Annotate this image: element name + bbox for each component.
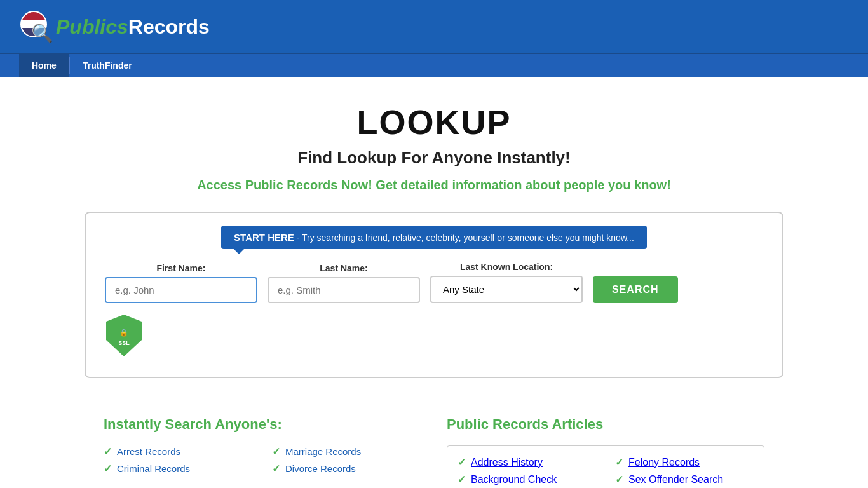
last-name-label: Last Name: bbox=[268, 263, 420, 273]
checkmark-icon: ✓ bbox=[615, 473, 623, 485]
start-here-banner: START HERE - Try searching a friend, rel… bbox=[221, 226, 647, 249]
articles-columns: ✓ Address History ✓ Background Check bbox=[458, 456, 754, 485]
record-columns: ✓ Arrest Records ✓ Criminal Records ✓ Ma… bbox=[104, 445, 421, 475]
background-check-link[interactable]: Background Check bbox=[471, 474, 557, 485]
checkmark-icon: ✓ bbox=[458, 473, 466, 485]
articles-section: Public Records Articles ✓ Address Histor… bbox=[447, 416, 764, 488]
last-name-group: Last Name: bbox=[268, 263, 420, 303]
checkmark-icon: ✓ bbox=[615, 456, 623, 468]
checkmark-icon: ✓ bbox=[104, 445, 112, 458]
felony-records-link[interactable]: Felony Records bbox=[628, 457, 700, 468]
first-name-label: First Name: bbox=[105, 263, 257, 273]
ssl-badge: 🔒 SSL bbox=[105, 313, 763, 358]
list-item: ✓ Criminal Records bbox=[104, 463, 253, 475]
search-form: First Name: Last Name: Last Known Locati… bbox=[105, 262, 763, 303]
search-container: START HERE - Try searching a friend, rel… bbox=[85, 212, 783, 378]
logo[interactable]: 🔍 PublicsRecords bbox=[19, 10, 210, 44]
instantly-col1: ✓ Arrest Records ✓ Criminal Records bbox=[104, 445, 253, 475]
nav-home[interactable]: Home bbox=[19, 54, 69, 77]
list-item: ✓ Sex Offender Search bbox=[615, 473, 754, 485]
state-select[interactable]: Any State AlabamaAlaskaArizona ArkansasC… bbox=[430, 276, 583, 303]
nav-truthfinder-link[interactable]: TruthFinder bbox=[70, 54, 145, 77]
articles-col1: ✓ Address History ✓ Background Check bbox=[458, 456, 596, 485]
articles-title: Public Records Articles bbox=[447, 416, 764, 433]
divorce-records-link[interactable]: Divorce Records bbox=[285, 463, 356, 474]
start-here-bold: START HERE bbox=[234, 232, 294, 243]
address-history-link[interactable]: Address History bbox=[471, 457, 543, 468]
search-button[interactable]: SEARCH bbox=[593, 276, 678, 303]
checkmark-icon: ✓ bbox=[458, 456, 466, 468]
list-item: ✓ Background Check bbox=[458, 473, 596, 485]
list-item: ✓ Divorce Records bbox=[272, 463, 421, 475]
nav-home-link[interactable]: Home bbox=[19, 54, 69, 77]
hero-subtitle: Find Lookup For Anyone Instantly! bbox=[13, 148, 855, 168]
site-header: 🔍 PublicsRecords bbox=[0, 0, 868, 53]
articles-col2: ✓ Felony Records ✓ Sex Offender Search bbox=[615, 456, 754, 485]
list-item: ✓ Felony Records bbox=[615, 456, 754, 468]
svg-text:SSL: SSL bbox=[118, 340, 130, 346]
last-name-input[interactable] bbox=[268, 277, 420, 303]
logo-records: Records bbox=[128, 15, 210, 38]
articles-box: ✓ Address History ✓ Background Check bbox=[447, 445, 764, 488]
ssl-shield-icon: 🔒 SSL bbox=[105, 313, 143, 358]
start-here-text: - Try searching a friend, relative, cele… bbox=[294, 233, 634, 243]
bottom-columns: Instantly Search Anyone's: ✓ Arrest Reco… bbox=[85, 416, 783, 488]
hero-title: LOOKUP bbox=[13, 102, 855, 142]
nav-truthfinder[interactable]: TruthFinder bbox=[70, 54, 145, 77]
instantly-section: Instantly Search Anyone's: ✓ Arrest Reco… bbox=[104, 416, 421, 488]
checkmark-icon: ✓ bbox=[272, 445, 280, 458]
list-item: ✓ Marriage Records bbox=[272, 445, 421, 458]
logo-publics: Publics bbox=[56, 15, 128, 38]
criminal-records-link[interactable]: Criminal Records bbox=[117, 463, 190, 474]
location-label: Last Known Location: bbox=[430, 262, 583, 272]
svg-text:🔒: 🔒 bbox=[119, 328, 128, 337]
list-item: ✓ Arrest Records bbox=[104, 445, 253, 458]
instantly-title: Instantly Search Anyone's: bbox=[104, 416, 421, 433]
hero-cta: Access Public Records Now! Get detailed … bbox=[13, 178, 855, 193]
hero-section: LOOKUP Find Lookup For Anyone Instantly!… bbox=[0, 77, 868, 416]
instantly-col2: ✓ Marriage Records ✓ Divorce Records bbox=[272, 445, 421, 475]
location-group: Last Known Location: Any State AlabamaAl… bbox=[430, 262, 583, 303]
first-name-input[interactable] bbox=[105, 277, 257, 303]
checkmark-icon: ✓ bbox=[104, 463, 112, 475]
marriage-records-link[interactable]: Marriage Records bbox=[285, 446, 361, 457]
arrest-records-link[interactable]: Arrest Records bbox=[117, 446, 180, 457]
list-item: ✓ Address History bbox=[458, 456, 596, 468]
checkmark-icon: ✓ bbox=[272, 463, 280, 475]
first-name-group: First Name: bbox=[105, 263, 257, 303]
sex-offender-link[interactable]: Sex Offender Search bbox=[628, 474, 723, 485]
main-nav: Home TruthFinder bbox=[0, 53, 868, 77]
